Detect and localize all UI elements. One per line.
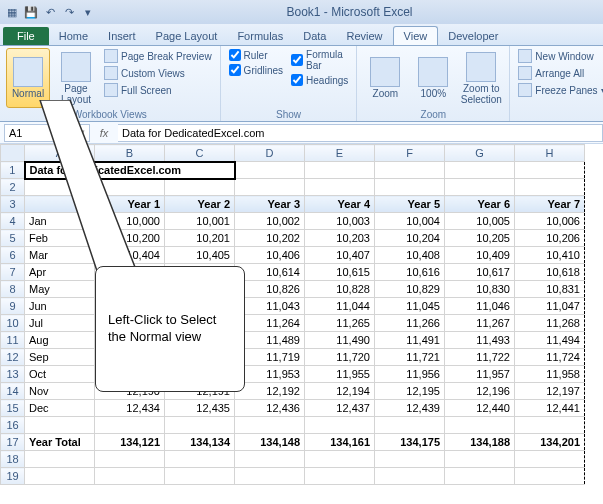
cell[interactable]: 10,404	[95, 247, 165, 264]
row-header[interactable]: 6	[1, 247, 25, 264]
col-header[interactable]: G	[445, 145, 515, 162]
save-icon[interactable]: 💾	[23, 4, 39, 20]
cell[interactable]: 10,205	[445, 230, 515, 247]
cell[interactable]: Aug	[25, 332, 95, 349]
cell[interactable]: 12,196	[445, 383, 515, 400]
row-header[interactable]: 10	[1, 315, 25, 332]
cell[interactable]: 10,410	[515, 247, 585, 264]
name-box[interactable]: A1 ▾	[4, 124, 90, 142]
arrange-all-button[interactable]: Arrange All	[516, 65, 603, 81]
cell[interactable]: 11,490	[305, 332, 375, 349]
cell[interactable]: 134,121	[95, 434, 165, 451]
cell[interactable]: 134,161	[305, 434, 375, 451]
cell[interactable]: 12,437	[305, 400, 375, 417]
cell[interactable]: 10,828	[305, 281, 375, 298]
cell[interactable]: Year Total	[25, 434, 95, 451]
tab-file[interactable]: File	[3, 27, 49, 45]
cell[interactable]: 134,148	[235, 434, 305, 451]
col-header[interactable]: C	[165, 145, 235, 162]
cell[interactable]: 10,203	[305, 230, 375, 247]
cell[interactable]: 11,043	[235, 298, 305, 315]
cell[interactable]: 11,045	[375, 298, 445, 315]
cell[interactable]: 10,831	[515, 281, 585, 298]
zoom-button[interactable]: Zoom	[363, 48, 407, 108]
cell[interactable]: 12,439	[375, 400, 445, 417]
cell[interactable]: 10,408	[375, 247, 445, 264]
cell[interactable]: Mar	[25, 247, 95, 264]
row-header[interactable]: 14	[1, 383, 25, 400]
qat-customize-icon[interactable]: ▾	[80, 4, 96, 20]
normal-view-button[interactable]: Normal	[6, 48, 50, 108]
cell[interactable]: 10,616	[375, 264, 445, 281]
cell[interactable]: 134,175	[375, 434, 445, 451]
cell[interactable]: Year 6	[445, 196, 515, 213]
cell[interactable]: 12,194	[305, 383, 375, 400]
cell[interactable]: 10,617	[445, 264, 515, 281]
cell[interactable]: 11,953	[235, 366, 305, 383]
cell[interactable]: Oct	[25, 366, 95, 383]
cell[interactable]: 11,724	[515, 349, 585, 366]
freeze-panes-button[interactable]: Freeze Panes ▾	[516, 82, 603, 98]
zoom-100-button[interactable]: 100%	[411, 48, 455, 108]
col-header[interactable]: E	[305, 145, 375, 162]
row-header[interactable]: 3	[1, 196, 25, 213]
tab-developer[interactable]: Developer	[438, 27, 508, 45]
tab-formulas[interactable]: Formulas	[227, 27, 293, 45]
cell[interactable]: 10,829	[375, 281, 445, 298]
cell[interactable]: 10,405	[165, 247, 235, 264]
cell[interactable]: 12,441	[515, 400, 585, 417]
cell[interactable]: 10,004	[375, 213, 445, 230]
cell[interactable]: 11,044	[305, 298, 375, 315]
cell[interactable]: 12,436	[235, 400, 305, 417]
full-screen-button[interactable]: Full Screen	[102, 82, 214, 98]
cell[interactable]: 10,826	[235, 281, 305, 298]
cell[interactable]: 12,192	[235, 383, 305, 400]
cell[interactable]: 11,721	[375, 349, 445, 366]
tab-page-layout[interactable]: Page Layout	[146, 27, 228, 45]
page-layout-button[interactable]: Page Layout	[54, 48, 98, 108]
cell[interactable]: 10,204	[375, 230, 445, 247]
cell[interactable]: 10,005	[445, 213, 515, 230]
chevron-down-icon[interactable]: ▾	[79, 126, 85, 139]
cell[interactable]: 10,001	[165, 213, 235, 230]
row-header[interactable]: 11	[1, 332, 25, 349]
cell[interactable]: 10,409	[445, 247, 515, 264]
tab-insert[interactable]: Insert	[98, 27, 146, 45]
tab-data[interactable]: Data	[293, 27, 336, 45]
cell[interactable]: Apr	[25, 264, 95, 281]
row-header[interactable]: 17	[1, 434, 25, 451]
cell[interactable]: 10,000	[95, 213, 165, 230]
undo-icon[interactable]: ↶	[42, 4, 58, 20]
row-header[interactable]: 15	[1, 400, 25, 417]
cell[interactable]: Year 7	[515, 196, 585, 213]
cell[interactable]: 11,958	[515, 366, 585, 383]
row-header[interactable]: 9	[1, 298, 25, 315]
col-header[interactable]: B	[95, 145, 165, 162]
row-header[interactable]: 2	[1, 179, 25, 196]
cell[interactable]: 10,006	[515, 213, 585, 230]
cell[interactable]: 10,200	[95, 230, 165, 247]
col-header[interactable]: A	[25, 145, 95, 162]
custom-views-button[interactable]: Custom Views	[102, 65, 214, 81]
row-header[interactable]: 13	[1, 366, 25, 383]
cell[interactable]: Year 1	[95, 196, 165, 213]
cell[interactable]: 11,491	[375, 332, 445, 349]
cell[interactable]: 12,435	[165, 400, 235, 417]
formula-input[interactable]: Data for DedicatedExcel.com	[118, 124, 603, 142]
cell[interactable]: 134,188	[445, 434, 515, 451]
col-header[interactable]: H	[515, 145, 585, 162]
cell[interactable]: 11,955	[305, 366, 375, 383]
worksheet-grid[interactable]: ABCDEFGH1Data for DedicatedExcel.com23Ye…	[0, 144, 603, 485]
cell[interactable]: 10,614	[235, 264, 305, 281]
ruler-checkbox[interactable]: Ruler	[227, 48, 285, 62]
col-header[interactable]: F	[375, 145, 445, 162]
cell[interactable]: 11,265	[305, 315, 375, 332]
cell[interactable]: Data for DedicatedExcel.com	[25, 162, 235, 179]
cell[interactable]: 12,440	[445, 400, 515, 417]
cell[interactable]: Year 2	[165, 196, 235, 213]
zoom-selection-button[interactable]: Zoom to Selection	[459, 48, 503, 108]
cell[interactable]: Year 3	[235, 196, 305, 213]
cell[interactable]: Year 5	[375, 196, 445, 213]
row-header[interactable]: 18	[1, 451, 25, 468]
row-header[interactable]: 1	[1, 162, 25, 179]
